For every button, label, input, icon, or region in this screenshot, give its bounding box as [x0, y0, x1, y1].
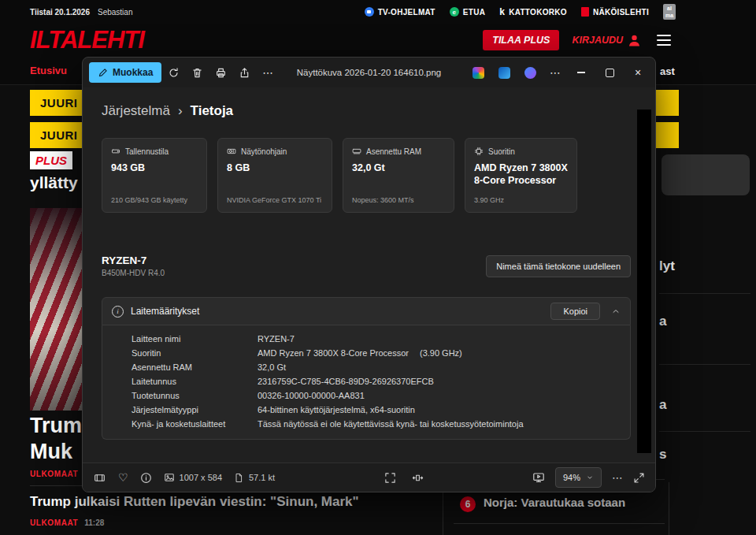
blue-app-icon[interactable]	[498, 67, 510, 79]
photos-statusbar: ♡ 1007 x 584 57.1 kt	[83, 463, 655, 492]
login-button[interactable]: KIRJAUDU	[572, 34, 641, 47]
spec-label: Suoritin	[132, 346, 258, 360]
topbar-link-etua[interactable]: e ETUA	[450, 7, 485, 17]
article-image[interactable]	[30, 208, 82, 411]
card-subtext: 3.90 GHz	[474, 196, 568, 204]
purple-app-icon[interactable]	[524, 67, 536, 79]
iltalehti-logo[interactable]: ILTALEHTI	[30, 26, 144, 54]
spec-row: Järjestelmätyyppi 64-bittinen käyttöjärj…	[132, 403, 630, 417]
photo-view[interactable]: Järjestelmä › Tietoja Tallennustila 943 …	[83, 87, 655, 463]
spec-label: Laitetunnus	[132, 374, 258, 388]
topbar-link-nakoislehti[interactable]: NÄKÖISLEHTI	[581, 7, 649, 17]
headline-fragment[interactable]: a	[659, 397, 666, 413]
spec-value: 00326-10000-00000-AA831	[258, 388, 365, 403]
person-icon	[628, 34, 641, 47]
rotate-icon	[168, 67, 180, 79]
headline-fragment[interactable]: s	[659, 447, 666, 463]
fullscreen-button[interactable]	[633, 472, 645, 484]
print-button[interactable]	[209, 62, 232, 84]
hamburger-menu-icon[interactable]	[654, 32, 674, 50]
category-label[interactable]: ULKOMAAT	[30, 518, 78, 527]
topbar-link-label: NÄKÖISLEHTI	[593, 8, 649, 17]
fit-to-screen-button[interactable]	[384, 472, 396, 484]
headline-fragment[interactable]: a	[659, 314, 666, 329]
rotate-button[interactable]	[161, 62, 185, 84]
category-label[interactable]: ULKOMAAT	[30, 470, 78, 478]
subscribe-button[interactable]: TILAA PLUS	[483, 30, 559, 50]
spec-row: Asennettu RAM 32,0 Gt	[132, 360, 630, 374]
spec-value: Tässä näytössä ei ole käytettävissä kynä…	[258, 417, 524, 431]
chevron-down-icon	[586, 474, 594, 481]
fit-to-window-button[interactable]	[412, 472, 424, 484]
maximize-button[interactable]	[595, 61, 624, 84]
divider	[659, 293, 750, 294]
cpu-card: Suoritin AMD Ryzen 7 3800X 8-Core Proces…	[465, 138, 577, 213]
spec-label: Asennettu RAM	[132, 360, 258, 374]
titlebar-more-button[interactable]: ⋯	[543, 62, 567, 84]
gpu-card: Näytönohjain 8 GB NVIDIA GeForce GTX 107…	[217, 138, 332, 213]
spec-row: Laitetunnus 2316759C-C785-4CB6-89D9-2692…	[132, 374, 630, 388]
settings-cards: Tallennustila 943 GB 210 GB/943 GB käyte…	[102, 138, 577, 213]
cpu-icon	[474, 147, 484, 156]
card-value: 8 GB	[227, 162, 323, 174]
storage-icon	[111, 147, 120, 156]
gpu-icon	[227, 147, 236, 156]
device-specs-panel: Laitteen nimi RYZEN-7 Suoritin AMD Ryzen…	[102, 325, 631, 440]
nav-item-right-fragment[interactable]: ast	[660, 65, 675, 77]
nav-item-etusivu[interactable]: Etusivu	[30, 65, 67, 76]
spec-value: 32,0 Gt	[258, 360, 286, 374]
spec-value: AMD Ryzen 7 3800X 8-Core Processor	[258, 346, 409, 360]
file-info-button[interactable]	[140, 472, 152, 484]
topbar-link-label: ETUA	[463, 8, 485, 17]
right-rail-card[interactable]	[662, 154, 750, 195]
topbar-link-label: KATTOKORKO	[509, 8, 567, 17]
breadcrumb-current: Tietoja	[191, 103, 233, 119]
main-headline[interactable]: Trum Muk	[30, 413, 82, 465]
second-headline[interactable]: Trump julkaisi Rutten lipevän viestin: "…	[30, 494, 400, 510]
second-headline-meta: ULKOMAAT 11:28	[30, 518, 104, 527]
delete-button[interactable]	[185, 62, 209, 84]
card-subtext: 210 GB/943 GB käytetty	[111, 196, 198, 204]
spec-label: Järjestelmätyyppi	[132, 403, 258, 417]
divider	[659, 431, 750, 432]
edit-button[interactable]: Muokkaa	[89, 62, 161, 83]
topbar-link-tv-ohjelmat[interactable]: TV-OHJELMAT	[365, 7, 435, 17]
nakoislehti-icon	[581, 7, 589, 17]
rename-device-button: Nimeä tämä tietokone uudelleen	[486, 255, 631, 277]
spec-row: Tuotetunnus 00326-10000-00000-AA831	[132, 388, 630, 403]
file-icon	[234, 473, 244, 483]
pencil-icon	[98, 68, 108, 78]
statusbar-more-button[interactable]: ⋯	[612, 471, 623, 484]
storage-card: Tallennustila 943 GB 210 GB/943 GB käyte…	[102, 138, 207, 213]
plus-article-teaser[interactable]: PLUS yllätty	[30, 151, 78, 192]
fullscreen-expand-icon	[633, 472, 645, 484]
edit-button-label: Muokkaa	[113, 67, 153, 78]
zoom-dropdown[interactable]: 94%	[555, 467, 602, 488]
close-button[interactable]: ×	[624, 61, 652, 84]
favorite-button[interactable]: ♡	[118, 472, 128, 483]
divider	[659, 364, 750, 365]
plus-headline-fragment: yllätty	[30, 173, 78, 192]
kattokorko-icon: k	[499, 7, 505, 17]
headline-fragment[interactable]: lyt	[659, 258, 675, 274]
designer-app-icon[interactable]	[472, 67, 484, 79]
photos-app-window: Näyttökuva 2026-01-20 164610.png Muokkaa…	[82, 57, 656, 492]
share-icon	[239, 67, 250, 79]
more-options-button[interactable]: ⋯	[256, 62, 280, 84]
share-button[interactable]	[232, 62, 256, 84]
spec-label: Kynä- ja kosketuslaitteet	[132, 417, 258, 431]
ram-card: Asennettu RAM 32,0 Gt Nopeus: 3600 MT/s	[343, 138, 454, 213]
most-read-item[interactable]: 6 Norja: Varautukaa sotaan	[460, 496, 625, 512]
slideshow-icon	[532, 471, 545, 484]
slideshow-button[interactable]	[532, 471, 545, 484]
device-model: B450M-HDV R4.0	[102, 269, 165, 277]
most-read-headline: Norja: Varautukaa sotaan	[484, 496, 625, 509]
topbar-link-kattokorko[interactable]: k KATTOKORKO	[499, 7, 567, 17]
fit-screen-icon	[384, 472, 396, 484]
alma-logo[interactable]: alma	[663, 4, 676, 20]
minimize-button[interactable]	[567, 61, 595, 84]
ellipsis-icon: ⋯	[262, 66, 273, 79]
filmstrip-toggle-button[interactable]	[93, 472, 106, 484]
spec-label: Tuotetunnus	[132, 388, 258, 403]
site-header: ILTALEHTI TILAA PLUS KIRJAUDU	[0, 24, 756, 57]
